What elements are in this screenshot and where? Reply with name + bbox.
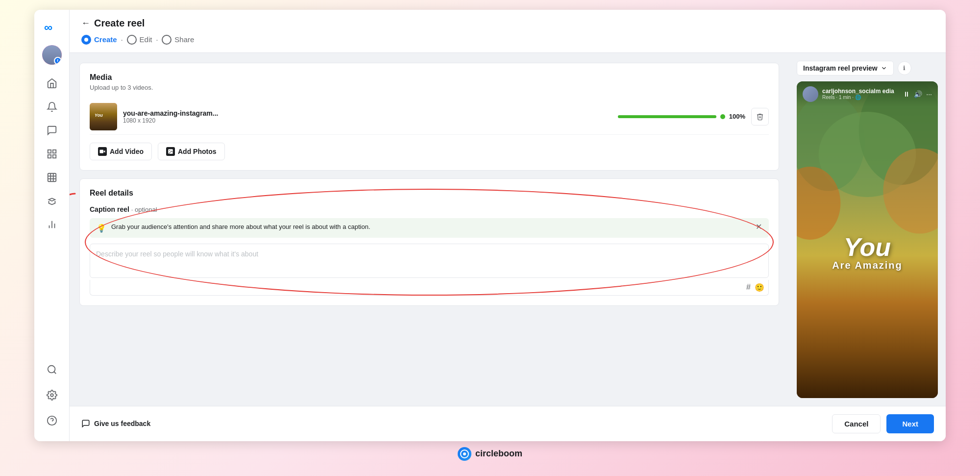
right-panel: Instagram reel preview ℹ xyxy=(789,53,946,406)
sidebar-item-help[interactable] xyxy=(41,410,63,431)
svg-line-14 xyxy=(54,372,56,374)
video-icon xyxy=(98,147,107,156)
delete-media-button[interactable] xyxy=(751,108,769,125)
footer-actions: Cancel Next xyxy=(832,414,934,433)
red-arrow-annotation xyxy=(70,189,85,248)
preview-controls: ⏸ 🔊 ··· xyxy=(903,90,932,98)
add-video-button[interactable]: Add Video xyxy=(90,143,152,160)
step-edit[interactable]: Edit xyxy=(127,35,152,45)
left-panel: Media Upload up to 3 videos. xyxy=(70,53,789,406)
media-buttons: Add Video Add Photos xyxy=(90,143,769,160)
cancel-button[interactable]: Cancel xyxy=(832,414,881,433)
circleboom-logo: circleboom xyxy=(458,447,522,461)
avatar-badge: f xyxy=(54,57,62,65)
hashtag-icon[interactable]: # xyxy=(746,283,751,292)
feedback-label: Give us feedback xyxy=(94,420,150,427)
step-label-create: Create xyxy=(94,35,117,44)
add-photos-button[interactable]: Add Photos xyxy=(158,143,225,160)
step-label-edit: Edit xyxy=(140,35,152,44)
page-title: Create reel xyxy=(94,18,145,29)
svg-point-13 xyxy=(48,365,55,373)
volume-icon[interactable]: 🔊 xyxy=(914,90,922,98)
avatar[interactable]: f xyxy=(42,45,62,65)
preview-username: carljohnson_socialm edia xyxy=(822,88,899,95)
next-button[interactable]: Next xyxy=(886,414,934,433)
back-button[interactable]: ← xyxy=(81,18,90,28)
sidebar-item-messages[interactable] xyxy=(41,120,63,141)
media-title: Media xyxy=(90,73,769,82)
preview-top-bar: carljohnson_socialm edia Reels · 1 min ·… xyxy=(797,81,938,107)
step-circle-edit xyxy=(127,35,137,45)
main-content: ← Create reel Create · Edit xyxy=(70,10,946,441)
preview-phone: carljohnson_socialm edia Reels · 1 min ·… xyxy=(797,81,938,398)
more-icon[interactable]: ··· xyxy=(926,90,932,98)
progress-bar-outer xyxy=(618,115,716,118)
media-subtitle: Upload up to 3 videos. xyxy=(90,84,769,91)
svg-rect-1 xyxy=(48,150,50,152)
svg-rect-4 xyxy=(48,154,50,157)
media-progress-area: 100% xyxy=(618,113,745,120)
svg-marker-20 xyxy=(103,150,105,152)
sidebar-item-content[interactable] xyxy=(41,143,63,165)
svg-point-15 xyxy=(50,394,53,397)
tip-close-button[interactable]: ✕ xyxy=(756,223,762,231)
steps-row: Create · Edit · Share xyxy=(81,35,934,45)
sidebar-item-search[interactable] xyxy=(41,359,63,380)
media-info: you-are-amazing-instagram... 1080 x 1920 xyxy=(123,109,612,124)
textarea-icons: # 🙂 xyxy=(90,280,769,296)
sidebar-item-settings[interactable] xyxy=(41,384,63,406)
header: ← Create reel Create · Edit xyxy=(70,10,946,53)
add-photos-label: Add Photos xyxy=(178,148,217,155)
preview-dropdown-label: Instagram reel preview xyxy=(803,64,878,72)
media-thumbnail: You xyxy=(90,103,117,130)
emoji-icon[interactable]: 🙂 xyxy=(755,283,764,292)
you-text: You xyxy=(832,234,903,260)
svg-text:∞: ∞ xyxy=(44,21,52,34)
caption-textarea[interactable] xyxy=(90,244,769,278)
step-label-share: Share xyxy=(174,35,194,44)
sidebar-item-notifications[interactable] xyxy=(41,96,63,118)
preview-user-info: carljohnson_socialm edia Reels · 1 min ·… xyxy=(822,88,899,100)
caption-optional: · optional xyxy=(131,206,157,213)
preview-video-area: carljohnson_socialm edia Reels · 1 min ·… xyxy=(797,81,938,398)
preview-meta: Reels · 1 min · 🌐 xyxy=(822,95,899,100)
footer: Give us feedback Cancel Next xyxy=(70,406,946,441)
svg-rect-18 xyxy=(90,103,117,130)
preview-dropdown[interactable]: Instagram reel preview xyxy=(797,61,894,75)
reel-details-title: Reel details xyxy=(90,189,769,198)
step-separator-1: · xyxy=(121,36,123,44)
step-circle-share xyxy=(162,35,172,45)
caption-label: Caption reel · optional xyxy=(90,205,769,213)
progress-percent: 100% xyxy=(729,113,745,120)
svg-point-23 xyxy=(169,150,170,151)
media-row: You you-are-amazing-instagram... 1080 x … xyxy=(90,99,769,135)
step-circle-create xyxy=(81,35,91,45)
sidebar-item-home[interactable] xyxy=(41,73,63,94)
amazing-text: Are Amazing xyxy=(832,260,903,271)
page-footer: circleboom xyxy=(34,441,946,467)
preview-video-text: You Are Amazing xyxy=(832,234,903,271)
step-create[interactable]: Create xyxy=(81,35,117,45)
progress-dot xyxy=(720,114,725,119)
svg-rect-21 xyxy=(100,150,104,153)
pause-icon[interactable]: ⏸ xyxy=(903,90,910,98)
svg-rect-5 xyxy=(48,173,56,181)
media-card: Media Upload up to 3 videos. xyxy=(79,63,779,171)
tip-text: Grab your audience's attention and share… xyxy=(111,223,751,230)
media-dims: 1080 x 1920 xyxy=(123,117,612,124)
sidebar-item-analytics[interactable] xyxy=(41,214,63,235)
add-video-label: Add Video xyxy=(110,148,144,155)
sidebar: ∞ f xyxy=(34,10,70,441)
step-share[interactable]: Share xyxy=(162,35,194,45)
photos-icon xyxy=(166,147,175,156)
preview-info-icon[interactable]: ℹ xyxy=(898,61,911,75)
body-area: Media Upload up to 3 videos. xyxy=(70,53,946,406)
sidebar-item-grid[interactable] xyxy=(41,167,63,188)
tip-box: 💡 Grab your audience's attention and sha… xyxy=(90,218,769,238)
sidebar-item-ads[interactable] xyxy=(41,190,63,212)
feedback-button[interactable]: Give us feedback xyxy=(81,419,150,428)
progress-bar-inner xyxy=(618,115,716,118)
svg-rect-3 xyxy=(52,154,55,157)
step-separator-2: · xyxy=(156,36,158,44)
media-filename: you-are-amazing-instagram... xyxy=(123,109,612,117)
